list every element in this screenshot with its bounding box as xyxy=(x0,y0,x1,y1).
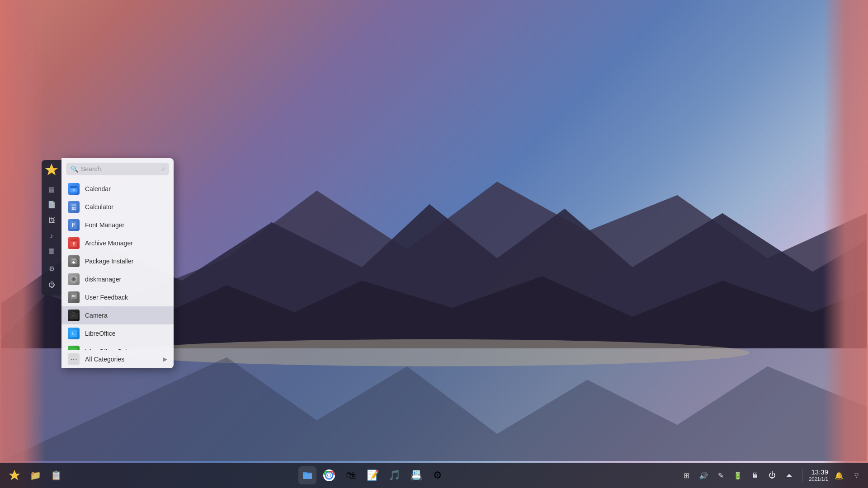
diskmanager-name: diskmanager xyxy=(85,276,121,283)
app-item-camera[interactable]: Camera xyxy=(61,306,174,324)
font-manager-name: Font Manager xyxy=(85,221,124,229)
expand-icon[interactable]: ⤢ xyxy=(161,166,165,172)
search-bar-container: 🔍 ⤢ xyxy=(61,158,174,178)
sidebar-files-icon[interactable]: 📄 xyxy=(45,198,58,211)
notes-taskbar-icon[interactable]: 📝 xyxy=(363,466,382,484)
apps-grid-icon[interactable]: ⊞ xyxy=(680,469,693,482)
divider xyxy=(802,469,802,482)
monitor-taskbar-icon[interactable]: 🖥 xyxy=(749,469,761,482)
taskbar: 📁 📋 🛍 📝 🎵 📇 xyxy=(0,463,868,488)
svg-point-16 xyxy=(75,207,76,209)
sidebar-photos-icon[interactable]: 🖼 xyxy=(45,213,58,227)
right-vignette xyxy=(823,0,868,488)
folder-icon xyxy=(302,470,313,481)
sidebar-settings-icon[interactable]: ⚙ xyxy=(45,262,58,276)
clock-time: 13:39 xyxy=(809,468,828,476)
whisker-logo-icon xyxy=(44,163,59,177)
app-menu: 🔍 ⤢ 31 Calendar Calculator F Font M xyxy=(61,158,174,368)
svg-rect-10 xyxy=(70,186,77,188)
package-installer-icon xyxy=(68,255,80,267)
sidebar-music-icon[interactable]: ♪ xyxy=(45,229,58,242)
svg-point-56 xyxy=(328,474,330,477)
taskbar-center: 🛍 📝 🎵 📇 ⚙ xyxy=(65,466,680,484)
svg-rect-23 xyxy=(71,239,77,241)
app-item-diskmanager[interactable]: diskmanager xyxy=(61,270,174,288)
contacts-taskbar-icon[interactable]: 📇 xyxy=(407,466,425,484)
svg-point-14 xyxy=(72,207,73,209)
music-taskbar-icon[interactable]: 🎵 xyxy=(385,466,403,484)
tray-icon[interactable]: ▽ xyxy=(850,469,863,482)
thunar-taskbar-icon[interactable] xyxy=(298,466,316,484)
font-manager-icon: F xyxy=(68,219,80,231)
libreoffice-icon: L xyxy=(68,328,80,339)
calculator-icon xyxy=(68,201,80,213)
side-panel: ▤ 📄 🖼 ♪ ▦ ⚙ ⏻ xyxy=(42,160,61,296)
calendar-icon: 31 xyxy=(68,183,80,195)
svg-point-15 xyxy=(73,207,75,209)
clock[interactable]: 13:39 2021/1/1 xyxy=(809,468,828,482)
clock-date: 2021/1/1 xyxy=(809,476,828,482)
archive-manager-icon xyxy=(68,237,80,249)
all-categories-arrow-icon: ▶ xyxy=(163,356,167,362)
whiskermenu-logo xyxy=(8,469,21,482)
svg-point-37 xyxy=(73,296,75,297)
all-categories-label: All Categories xyxy=(85,356,124,363)
search-input[interactable] xyxy=(81,165,165,173)
calendar-name: Calendar xyxy=(85,185,111,192)
expand-taskbar-icon[interactable]: ⏶ xyxy=(783,469,796,482)
calculator-name: Calculator xyxy=(85,203,113,211)
app-list: 31 Calendar Calculator F Font Manager Ar… xyxy=(61,178,174,350)
all-categories-item[interactable]: ⋯ All Categories ▶ xyxy=(61,350,174,368)
search-icon: 🔍 xyxy=(71,165,78,173)
svg-marker-52 xyxy=(9,470,20,480)
whiskermenu-taskbar-icon[interactable] xyxy=(5,466,24,484)
app-item-libreoffice-calc[interactable]: C LibreOffice Calc xyxy=(61,343,174,350)
package-installer-name: Package Installer xyxy=(85,258,133,265)
svg-rect-28 xyxy=(71,258,76,260)
svg-text:C: C xyxy=(72,349,75,350)
user-feedback-name: User Feedback xyxy=(85,294,128,301)
camera-name: Camera xyxy=(85,312,108,319)
svg-point-34 xyxy=(73,278,75,280)
store-taskbar-icon[interactable]: 🛍 xyxy=(342,466,360,484)
app-item-libreoffice[interactable]: L LibreOffice xyxy=(61,324,174,343)
svg-point-36 xyxy=(72,296,73,297)
svg-text:31: 31 xyxy=(72,188,75,192)
app-item-user-feedback[interactable]: User Feedback xyxy=(61,288,174,306)
chrome-icon xyxy=(323,469,335,481)
settings-taskbar-icon[interactable]: ⚙ xyxy=(429,466,447,484)
svg-point-4 xyxy=(118,339,750,366)
user-feedback-icon xyxy=(68,291,80,303)
app-item-font-manager[interactable]: F Font Manager xyxy=(61,216,174,234)
app-item-calculator[interactable]: Calculator xyxy=(61,198,174,216)
volume-taskbar-icon[interactable]: 🔊 xyxy=(697,469,710,482)
sidebar-power-icon[interactable]: ⏻ xyxy=(45,277,58,291)
power-taskbar-icon[interactable]: ⏻ xyxy=(766,469,778,482)
svg-point-19 xyxy=(75,209,76,210)
svg-point-38 xyxy=(75,296,76,297)
svg-text:L: L xyxy=(72,331,75,336)
all-categories-icon: ⋯ xyxy=(68,353,80,365)
notification-icon[interactable]: 🔔 xyxy=(833,469,845,482)
app-item-package-installer[interactable]: Package Installer xyxy=(61,252,174,270)
app-launcher-logo[interactable] xyxy=(42,160,61,180)
app-item-calendar[interactable]: 31 Calendar xyxy=(61,180,174,198)
diskmanager-icon xyxy=(68,273,80,285)
pencil-taskbar-icon[interactable]: ✎ xyxy=(714,469,727,482)
libreoffice-calc-name: LibreOffice Calc xyxy=(85,348,130,350)
sidebar-terminal-icon[interactable]: ▤ xyxy=(45,183,58,196)
kanboard-taskbar-icon[interactable]: 📋 xyxy=(47,466,65,484)
svg-point-35 xyxy=(75,277,76,278)
svg-point-18 xyxy=(73,209,75,210)
sidebar-video-icon[interactable]: ▦ xyxy=(45,244,58,258)
chrome-taskbar-icon[interactable] xyxy=(320,466,338,484)
taskbar-right: ⊞ 🔊 ✎ 🔋 🖥 ⏻ ⏶ 13:39 2021/1/1 🔔 ▽ xyxy=(680,468,863,482)
app-item-archive-manager[interactable]: Archive Manager xyxy=(61,234,174,252)
taskbar-left: 📁 📋 xyxy=(5,466,65,484)
files-taskbar-icon[interactable]: 📁 xyxy=(26,466,44,484)
svg-point-17 xyxy=(72,209,73,210)
libreoffice-name: LibreOffice xyxy=(85,330,115,337)
left-vignette xyxy=(0,0,45,488)
battery-taskbar-icon[interactable]: 🔋 xyxy=(731,469,744,482)
svg-text:F: F xyxy=(72,222,75,228)
